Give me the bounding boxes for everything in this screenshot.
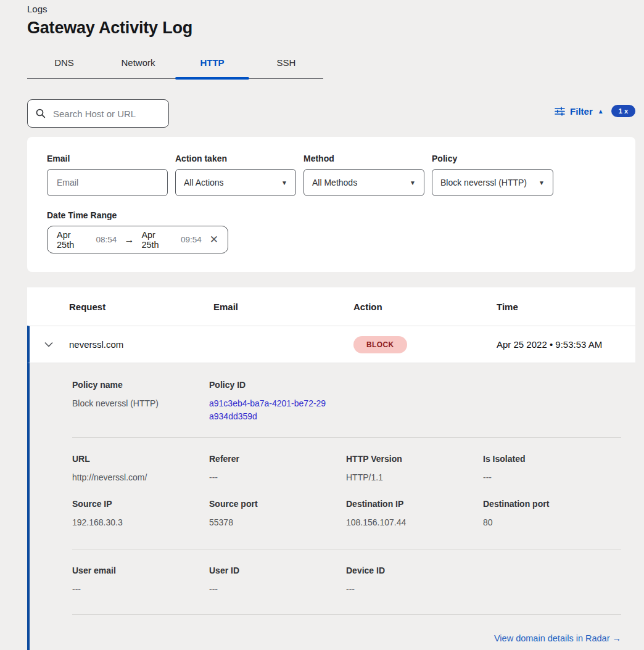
row-expand-toggle[interactable] (30, 342, 69, 347)
row-details-panel: Policy name Block neverssl (HTTP) Policy… (27, 363, 635, 650)
filter-field-action-taken: Action taken All Actions ▼ (175, 154, 296, 196)
user-email-value: --- (72, 583, 209, 596)
policy-label: Policy (432, 154, 553, 163)
chevron-up-icon: ▲ (598, 108, 604, 115)
action-taken-value: All Actions (184, 178, 224, 187)
url-section: URL http://neverssl.com/ Referer --- HTT… (72, 438, 621, 484)
date-range-picker[interactable]: Apr 25th 08:54 → Apr 25th 09:54 ✕ (47, 226, 228, 253)
row-time: Apr 25 2022 • 9:53:53 AM (497, 339, 635, 350)
method-value: All Methods (312, 178, 357, 187)
tab-bar: DNS Network HTTP SSH (27, 52, 323, 79)
filter-count-badge[interactable]: 1 x (611, 105, 635, 117)
http-version-label: HTTP Version (346, 454, 483, 464)
search-icon (36, 109, 46, 118)
policy-id-link[interactable]: a91c3eb4-ba7a-4201-be72-29a934dd359d (209, 397, 330, 423)
detail-destination-ip: Destination IP 108.156.107.44 (346, 499, 483, 529)
end-time: 09:54 (181, 235, 202, 244)
referer-label: Referer (209, 454, 346, 464)
connection-section: Source IP 192.168.30.3 Source port 55378… (72, 484, 621, 549)
date-time-range-label: Date Time Range (47, 210, 616, 220)
detail-is-isolated: Is Isolated --- (483, 454, 621, 484)
detail-destination-port: Destination port 80 (483, 499, 621, 529)
chevron-down-icon: ▼ (281, 179, 287, 186)
policy-select[interactable]: Block neverssl (HTTP) ▼ (432, 169, 553, 196)
page-header: Logs Gateway Activity Log (0, 0, 644, 38)
action-taken-label: Action taken (175, 154, 296, 163)
destination-port-value: 80 (483, 516, 621, 529)
device-id-value: --- (346, 583, 483, 596)
toolbar: Filter ▲ 1 x (0, 99, 644, 128)
filter-field-policy: Policy Block neverssl (HTTP) ▼ (432, 154, 553, 196)
end-date: Apr 25th (141, 230, 175, 250)
detail-policy-name: Policy name Block neverssl (HTTP) (72, 380, 209, 423)
user-id-value: --- (209, 583, 346, 596)
detail-user-id: User ID --- (209, 566, 346, 596)
email-field[interactable] (56, 177, 159, 188)
row-request: neverssl.com (69, 339, 213, 350)
user-id-label: User ID (209, 566, 346, 575)
source-ip-label: Source IP (72, 499, 209, 509)
destination-ip-label: Destination IP (346, 499, 483, 509)
method-label: Method (303, 154, 424, 163)
filter-toggle[interactable]: Filter ▲ 1 x (555, 105, 635, 117)
search-box[interactable] (27, 99, 169, 128)
detail-source-ip: Source IP 192.168.30.3 (72, 499, 209, 529)
filter-field-email: Email (47, 154, 168, 196)
url-value: http://neverssl.com/ (72, 471, 209, 484)
detail-device-id: Device ID --- (346, 566, 483, 596)
header-action: Action (353, 302, 497, 312)
chevron-down-icon: ▼ (539, 179, 545, 186)
detail-url: URL http://neverssl.com/ (72, 454, 209, 484)
detail-http-version: HTTP Version HTTP/1.1 (346, 454, 483, 484)
user-email-label: User email (72, 566, 209, 575)
tab-ssh[interactable]: SSH (249, 52, 323, 78)
email-label: Email (47, 154, 168, 163)
user-section: User email --- User ID --- Device ID --- (72, 549, 621, 614)
device-id-label: Device ID (346, 566, 483, 575)
destination-ip-value: 108.156.107.44 (346, 516, 483, 529)
filter-sliders-icon (555, 107, 565, 116)
http-version-value: HTTP/1.1 (346, 471, 483, 484)
source-port-label: Source port (209, 499, 346, 509)
detail-referer: Referer --- (209, 454, 346, 484)
filter-label: Filter (570, 106, 593, 117)
filter-panel: Email Action taken All Actions ▼ Method … (27, 137, 635, 272)
table-header-row: Request Email Action Time (27, 287, 635, 326)
tab-http[interactable]: HTTP (175, 52, 249, 78)
method-select[interactable]: All Methods ▼ (303, 169, 424, 196)
start-time: 08:54 (96, 235, 117, 244)
chevron-down-icon: ▼ (410, 179, 416, 186)
tab-network[interactable]: Network (101, 52, 175, 78)
search-input[interactable] (52, 108, 177, 120)
url-label: URL (72, 454, 209, 464)
destination-port-label: Destination port (483, 499, 621, 509)
policy-name-value: Block neverssl (HTTP) (72, 397, 209, 410)
tab-dns[interactable]: DNS (27, 52, 101, 78)
table-row[interactable]: neverssl.com BLOCK Apr 25 2022 • 9:53:53… (27, 326, 635, 363)
policy-id-label: Policy ID (209, 380, 346, 390)
detail-user-email: User email --- (72, 566, 209, 596)
page-title: Gateway Activity Log (27, 19, 644, 38)
is-isolated-label: Is Isolated (483, 454, 621, 464)
header-request: Request (69, 302, 213, 312)
email-field-wrap (47, 169, 168, 196)
action-taken-select[interactable]: All Actions ▼ (175, 169, 296, 196)
detail-source-port: Source port 55378 (209, 499, 346, 529)
referer-value: --- (209, 471, 346, 484)
chevron-down-icon (44, 342, 53, 347)
policy-value: Block neverssl (HTTP) (440, 178, 527, 187)
filter-field-date-time-range: Date Time Range Apr 25th 08:54 → Apr 25t… (47, 210, 616, 253)
detail-policy-id: Policy ID a91c3eb4-ba7a-4201-be72-29a934… (209, 380, 346, 423)
radar-link-row: View domain details in Radar → (72, 615, 621, 644)
block-status-badge: BLOCK (353, 336, 407, 353)
clear-date-range-icon[interactable]: ✕ (210, 233, 218, 246)
header-email: Email (213, 302, 353, 312)
policy-section: Policy name Block neverssl (HTTP) Policy… (72, 380, 621, 437)
arrow-right-icon: → (124, 234, 134, 245)
is-isolated-value: --- (483, 471, 621, 484)
breadcrumb: Logs (27, 4, 644, 14)
row-action: BLOCK (353, 336, 497, 353)
filter-field-method: Method All Methods ▼ (303, 154, 424, 196)
view-in-radar-link[interactable]: View domain details in Radar → (494, 633, 621, 643)
log-table: Request Email Action Time neverssl.com B… (27, 287, 635, 650)
